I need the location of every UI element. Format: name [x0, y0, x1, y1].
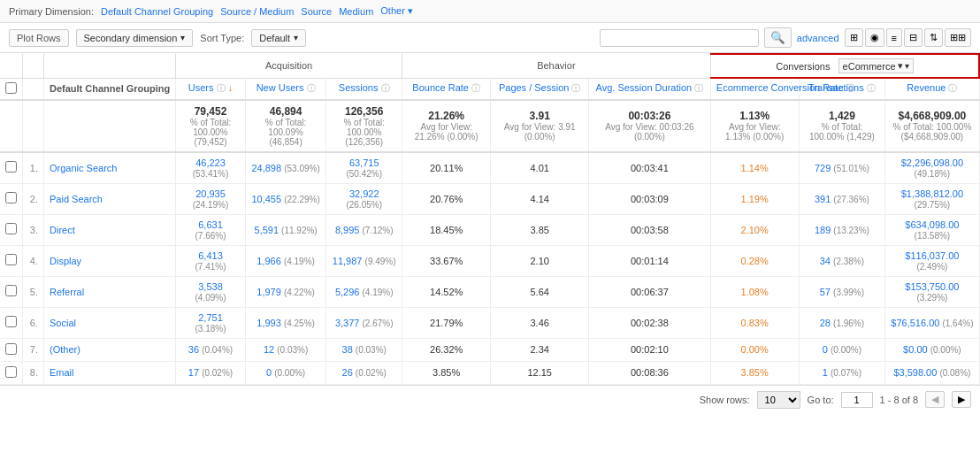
view-icon-grid[interactable]: ⊞ [845, 28, 863, 47]
medium-link[interactable]: Medium [339, 6, 373, 17]
col-users[interactable]: Users ⓘ ↓ [176, 78, 245, 100]
row-link-2[interactable]: Direct [50, 225, 75, 235]
row-checkbox-5[interactable] [5, 316, 17, 327]
row-pages-session: 4.14 [491, 183, 589, 214]
row-check[interactable] [0, 152, 23, 184]
row-users: 36 (0.04%) [176, 338, 245, 361]
row-checkbox-3[interactable] [5, 254, 17, 265]
advanced-link[interactable]: advanced [797, 33, 839, 43]
sessions-help-icon: ⓘ [381, 83, 390, 93]
table-row: 5. Referral 3,538 (4.09%) 1,979 (4.22%) … [0, 276, 979, 307]
summary-avg-session: 00:03:26 Avg for View: 00:03:26 (0.00%) [588, 100, 710, 152]
ecommerce-dropdown[interactable]: eCommerce ▾ [838, 58, 914, 73]
row-link-1[interactable]: Paid Search [50, 194, 103, 204]
row-sessions: 5,296 (4.19%) [326, 276, 402, 307]
row-check[interactable] [0, 183, 23, 214]
row-transactions: 189 (13.23%) [799, 214, 885, 245]
row-users: 6,413 (7.41%) [176, 245, 245, 276]
row-pages-session: 4.01 [491, 152, 589, 184]
row-link-6[interactable]: (Other) [50, 344, 80, 355]
row-link-3[interactable]: Display [50, 256, 81, 266]
col-transactions[interactable]: Transactions ⓘ [799, 78, 885, 100]
row-check[interactable] [0, 214, 23, 245]
summary-users: 79,452 % of Total: 100.00% (79,452) [176, 100, 245, 152]
col-revenue[interactable]: Revenue ⓘ [885, 78, 979, 100]
row-link-7[interactable]: Email [50, 367, 74, 378]
row-link-0[interactable]: Organic Search [50, 163, 117, 173]
source-link[interactable]: Source [301, 6, 332, 17]
select-all-checkbox[interactable] [5, 82, 17, 94]
row-transactions: 729 (51.01%) [799, 152, 885, 184]
view-icon-list[interactable]: ≡ [886, 28, 902, 47]
row-check[interactable] [0, 361, 23, 384]
row-avg-session: 00:03:09 [588, 183, 710, 214]
view-icon-compare[interactable]: ⇅ [924, 28, 943, 47]
row-check[interactable] [0, 307, 23, 338]
row-new-users: 1,979 (4.22%) [245, 276, 326, 307]
col-dimension[interactable]: Default Channel Grouping [44, 78, 176, 100]
row-new-users: 1,993 (4.25%) [245, 307, 326, 338]
summary-ecom-conversion: 1.13% Avg for View: 1.13% (0.00%) [710, 100, 799, 152]
row-check[interactable] [0, 276, 23, 307]
row-checkbox-2[interactable] [5, 223, 17, 234]
prev-page-button[interactable]: ◀ [925, 391, 945, 408]
sort-type-label: Sort Type: [200, 33, 244, 43]
row-ecom-conversion: 3.85% [710, 361, 799, 384]
summary-new-users: 46,894 % of Total: 100.09% (46,854) [245, 100, 326, 152]
secondary-dimension-button[interactable]: Secondary dimension [76, 29, 194, 47]
users-sort-icon: ↓ [228, 82, 234, 93]
row-sessions: 32,922 (26.05%) [326, 183, 402, 214]
row-new-users: 1,966 (4.19%) [245, 245, 326, 276]
row-avg-session: 00:03:58 [588, 214, 710, 245]
show-rows-select[interactable]: 10 25 50 100 [757, 391, 800, 409]
row-link-4[interactable]: Referral [50, 287, 84, 297]
col-new-users[interactable]: New Users ⓘ [245, 78, 326, 100]
other-link[interactable]: Other ▾ [380, 5, 413, 17]
row-num: 3. [23, 214, 44, 245]
default-channel-grouping-link[interactable]: Default Channel Grouping [101, 6, 213, 17]
row-checkbox-0[interactable] [5, 161, 17, 173]
row-bounce-rate: 18.45% [402, 214, 491, 245]
next-page-button[interactable]: ▶ [952, 391, 971, 408]
goto-input[interactable] [841, 392, 873, 408]
row-ecom-conversion: 0.28% [710, 245, 799, 276]
row-users: 6,631 (7.66%) [176, 214, 245, 245]
row-new-users: 0 (0.00%) [245, 361, 326, 384]
plot-rows-button[interactable]: Plot Rows [9, 29, 69, 47]
row-users: 2,751 (3.18%) [176, 307, 245, 338]
row-checkbox-4[interactable] [5, 285, 17, 296]
table-row: 6. Social 2,751 (3.18%) 1,993 (4.25%) 3,… [0, 307, 979, 338]
row-revenue: $2,296,098.00 (49.18%) [885, 152, 979, 184]
table-body: 79,452 % of Total: 100.00% (79,452) 46,8… [0, 100, 979, 385]
col-ecom-conversion[interactable]: Ecommerce Conversion Rate ⓘ [710, 78, 799, 100]
row-revenue: $116,037.00 (2.49%) [885, 245, 979, 276]
row-checkbox-1[interactable] [5, 192, 17, 203]
col-pages-session[interactable]: Pages / Session ⓘ [491, 78, 589, 100]
show-rows-label: Show rows: [700, 395, 750, 405]
col-sessions[interactable]: Sessions ⓘ [326, 78, 402, 100]
row-num: 1. [23, 152, 44, 184]
col-header-row: Default Channel Grouping Users ⓘ ↓ New U… [0, 78, 979, 100]
row-dimension: Social [44, 307, 176, 338]
users-help-icon: ⓘ [217, 83, 226, 93]
col-bounce-rate[interactable]: Bounce Rate ⓘ [402, 78, 491, 100]
row-link-5[interactable]: Social [50, 318, 76, 328]
source-medium-link[interactable]: Source / Medium [220, 6, 294, 17]
row-dimension: Organic Search [44, 152, 176, 184]
search-input[interactable] [600, 29, 759, 47]
row-check[interactable] [0, 338, 23, 361]
view-icon-custom[interactable]: ⊞⊞ [945, 28, 971, 47]
row-sessions: 3,377 (2.67%) [326, 307, 402, 338]
row-sessions: 8,995 (7.12%) [326, 214, 402, 245]
view-icon-pie[interactable]: ◉ [865, 28, 884, 47]
row-checkbox-7[interactable] [5, 366, 17, 378]
summary-revenue: $4,668,909.00 % of Total: 100.00% ($4,66… [885, 100, 979, 152]
view-icon-pivot[interactable]: ⊟ [904, 28, 923, 47]
search-button[interactable]: 🔍 [764, 27, 792, 48]
row-revenue: $3,598.00 (0.08%) [885, 361, 979, 384]
row-pages-session: 3.46 [491, 307, 589, 338]
row-checkbox-6[interactable] [5, 343, 17, 355]
col-avg-session[interactable]: Avg. Session Duration ⓘ [588, 78, 710, 100]
sort-default-button[interactable]: Default [251, 29, 306, 47]
row-check[interactable] [0, 245, 23, 276]
